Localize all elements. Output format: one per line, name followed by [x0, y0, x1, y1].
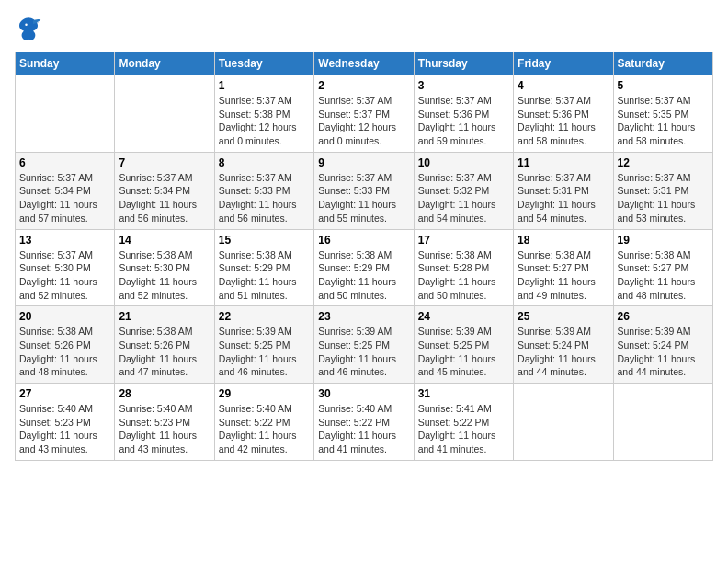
calendar-cell: 5Sunrise: 5:37 AM Sunset: 5:35 PM Daylig…	[613, 75, 712, 153]
calendar-cell: 3Sunrise: 5:37 AM Sunset: 5:36 PM Daylig…	[414, 75, 513, 153]
day-info: Sunrise: 5:38 AM Sunset: 5:26 PM Dayligh…	[19, 325, 110, 379]
calendar-week-row: 13Sunrise: 5:37 AM Sunset: 5:30 PM Dayli…	[16, 229, 713, 306]
calendar-cell: 13Sunrise: 5:37 AM Sunset: 5:30 PM Dayli…	[16, 229, 115, 306]
calendar-cell	[16, 75, 115, 153]
weekday-header-cell: Friday	[514, 52, 613, 75]
day-info: Sunrise: 5:40 AM Sunset: 5:22 PM Dayligh…	[219, 402, 310, 456]
day-number: 1	[219, 79, 310, 92]
day-number: 21	[119, 310, 210, 323]
day-info: Sunrise: 5:37 AM Sunset: 5:35 PM Dayligh…	[618, 94, 709, 148]
calendar-cell: 30Sunrise: 5:40 AM Sunset: 5:22 PM Dayli…	[314, 384, 414, 461]
day-info: Sunrise: 5:38 AM Sunset: 5:27 PM Dayligh…	[618, 248, 709, 303]
calendar-cell: 6Sunrise: 5:37 AM Sunset: 5:34 PM Daylig…	[16, 152, 115, 229]
day-number: 3	[418, 79, 509, 92]
calendar-week-row: 27Sunrise: 5:40 AM Sunset: 5:23 PM Dayli…	[16, 384, 713, 461]
calendar-cell: 1Sunrise: 5:37 AM Sunset: 5:38 PM Daylig…	[214, 75, 313, 153]
calendar-table: SundayMondayTuesdayWednesdayThursdayFrid…	[15, 52, 713, 461]
calendar-week-row: 1Sunrise: 5:37 AM Sunset: 5:38 PM Daylig…	[16, 75, 713, 153]
day-number: 7	[119, 156, 210, 169]
day-info: Sunrise: 5:38 AM Sunset: 5:29 PM Dayligh…	[318, 248, 409, 303]
day-info: Sunrise: 5:39 AM Sunset: 5:25 PM Dayligh…	[318, 325, 409, 379]
day-info: Sunrise: 5:39 AM Sunset: 5:25 PM Dayligh…	[418, 325, 509, 379]
day-info: Sunrise: 5:38 AM Sunset: 5:30 PM Dayligh…	[119, 248, 210, 303]
day-info: Sunrise: 5:38 AM Sunset: 5:27 PM Dayligh…	[518, 248, 609, 303]
svg-point-0	[25, 24, 28, 27]
day-info: Sunrise: 5:37 AM Sunset: 5:33 PM Dayligh…	[318, 171, 409, 225]
day-info: Sunrise: 5:37 AM Sunset: 5:36 PM Dayligh…	[518, 94, 609, 148]
calendar-cell: 10Sunrise: 5:37 AM Sunset: 5:32 PM Dayli…	[414, 152, 513, 229]
calendar-week-row: 20Sunrise: 5:38 AM Sunset: 5:26 PM Dayli…	[16, 306, 713, 384]
calendar-cell: 16Sunrise: 5:38 AM Sunset: 5:29 PM Dayli…	[314, 229, 414, 306]
calendar-cell: 25Sunrise: 5:39 AM Sunset: 5:24 PM Dayli…	[514, 306, 613, 384]
day-number: 10	[418, 156, 509, 169]
day-number: 6	[19, 156, 110, 169]
logo	[15, 15, 46, 42]
day-number: 20	[19, 310, 110, 323]
calendar-cell: 27Sunrise: 5:40 AM Sunset: 5:23 PM Dayli…	[16, 384, 115, 461]
logo-icon	[15, 15, 42, 42]
day-info: Sunrise: 5:37 AM Sunset: 5:34 PM Dayligh…	[19, 171, 110, 225]
day-number: 9	[318, 156, 409, 169]
day-info: Sunrise: 5:37 AM Sunset: 5:31 PM Dayligh…	[518, 171, 609, 225]
day-number: 26	[618, 310, 709, 323]
day-info: Sunrise: 5:40 AM Sunset: 5:23 PM Dayligh…	[19, 402, 110, 456]
calendar-cell	[514, 384, 613, 461]
calendar-body: 1Sunrise: 5:37 AM Sunset: 5:38 PM Daylig…	[16, 75, 713, 461]
calendar-cell: 2Sunrise: 5:37 AM Sunset: 5:37 PM Daylig…	[314, 75, 414, 153]
calendar-cell: 12Sunrise: 5:37 AM Sunset: 5:31 PM Dayli…	[613, 152, 712, 229]
day-info: Sunrise: 5:39 AM Sunset: 5:25 PM Dayligh…	[219, 325, 310, 379]
day-info: Sunrise: 5:37 AM Sunset: 5:37 PM Dayligh…	[318, 94, 409, 148]
day-number: 18	[518, 234, 609, 247]
weekday-header-cell: Saturday	[613, 52, 712, 75]
calendar-cell: 24Sunrise: 5:39 AM Sunset: 5:25 PM Dayli…	[414, 306, 513, 384]
day-info: Sunrise: 5:40 AM Sunset: 5:23 PM Dayligh…	[119, 402, 210, 456]
day-info: Sunrise: 5:37 AM Sunset: 5:33 PM Dayligh…	[219, 171, 310, 225]
day-number: 17	[418, 234, 509, 247]
day-number: 27	[19, 387, 110, 400]
calendar-cell: 9Sunrise: 5:37 AM Sunset: 5:33 PM Daylig…	[314, 152, 414, 229]
day-info: Sunrise: 5:37 AM Sunset: 5:30 PM Dayligh…	[19, 248, 110, 303]
calendar-cell: 4Sunrise: 5:37 AM Sunset: 5:36 PM Daylig…	[514, 75, 613, 153]
weekday-header-row: SundayMondayTuesdayWednesdayThursdayFrid…	[16, 52, 713, 75]
calendar-cell: 14Sunrise: 5:38 AM Sunset: 5:30 PM Dayli…	[115, 229, 214, 306]
calendar-cell: 23Sunrise: 5:39 AM Sunset: 5:25 PM Dayli…	[314, 306, 414, 384]
calendar-cell: 7Sunrise: 5:37 AM Sunset: 5:34 PM Daylig…	[115, 152, 214, 229]
calendar-cell: 26Sunrise: 5:39 AM Sunset: 5:24 PM Dayli…	[613, 306, 712, 384]
weekday-header-cell: Wednesday	[314, 52, 414, 75]
day-number: 24	[418, 310, 509, 323]
day-number: 15	[219, 234, 310, 247]
day-info: Sunrise: 5:37 AM Sunset: 5:31 PM Dayligh…	[618, 171, 709, 225]
calendar-cell	[613, 384, 712, 461]
day-number: 19	[618, 234, 709, 247]
day-number: 8	[219, 156, 310, 169]
day-info: Sunrise: 5:38 AM Sunset: 5:26 PM Dayligh…	[119, 325, 210, 379]
calendar-cell: 15Sunrise: 5:38 AM Sunset: 5:29 PM Dayli…	[214, 229, 313, 306]
calendar-cell: 28Sunrise: 5:40 AM Sunset: 5:23 PM Dayli…	[115, 384, 214, 461]
day-number: 31	[418, 387, 509, 400]
calendar-cell: 11Sunrise: 5:37 AM Sunset: 5:31 PM Dayli…	[514, 152, 613, 229]
day-number: 13	[19, 234, 110, 247]
weekday-header-cell: Sunday	[16, 52, 115, 75]
day-number: 2	[318, 79, 409, 92]
calendar-cell: 22Sunrise: 5:39 AM Sunset: 5:25 PM Dayli…	[214, 306, 313, 384]
day-info: Sunrise: 5:37 AM Sunset: 5:36 PM Dayligh…	[418, 94, 509, 148]
weekday-header-cell: Monday	[115, 52, 214, 75]
calendar-cell: 20Sunrise: 5:38 AM Sunset: 5:26 PM Dayli…	[16, 306, 115, 384]
day-info: Sunrise: 5:38 AM Sunset: 5:29 PM Dayligh…	[219, 248, 310, 303]
day-number: 30	[318, 387, 409, 400]
calendar-cell	[115, 75, 214, 153]
calendar-cell: 29Sunrise: 5:40 AM Sunset: 5:22 PM Dayli…	[214, 384, 313, 461]
day-number: 5	[618, 79, 709, 92]
calendar-cell: 8Sunrise: 5:37 AM Sunset: 5:33 PM Daylig…	[214, 152, 313, 229]
day-info: Sunrise: 5:40 AM Sunset: 5:22 PM Dayligh…	[318, 402, 409, 456]
day-number: 28	[119, 387, 210, 400]
day-info: Sunrise: 5:39 AM Sunset: 5:24 PM Dayligh…	[618, 325, 709, 379]
weekday-header-cell: Tuesday	[214, 52, 313, 75]
calendar-cell: 19Sunrise: 5:38 AM Sunset: 5:27 PM Dayli…	[613, 229, 712, 306]
day-number: 4	[518, 79, 609, 92]
day-number: 14	[119, 234, 210, 247]
calendar-cell: 21Sunrise: 5:38 AM Sunset: 5:26 PM Dayli…	[115, 306, 214, 384]
day-info: Sunrise: 5:37 AM Sunset: 5:38 PM Dayligh…	[219, 94, 310, 148]
day-info: Sunrise: 5:37 AM Sunset: 5:32 PM Dayligh…	[418, 171, 509, 225]
day-info: Sunrise: 5:39 AM Sunset: 5:24 PM Dayligh…	[518, 325, 609, 379]
